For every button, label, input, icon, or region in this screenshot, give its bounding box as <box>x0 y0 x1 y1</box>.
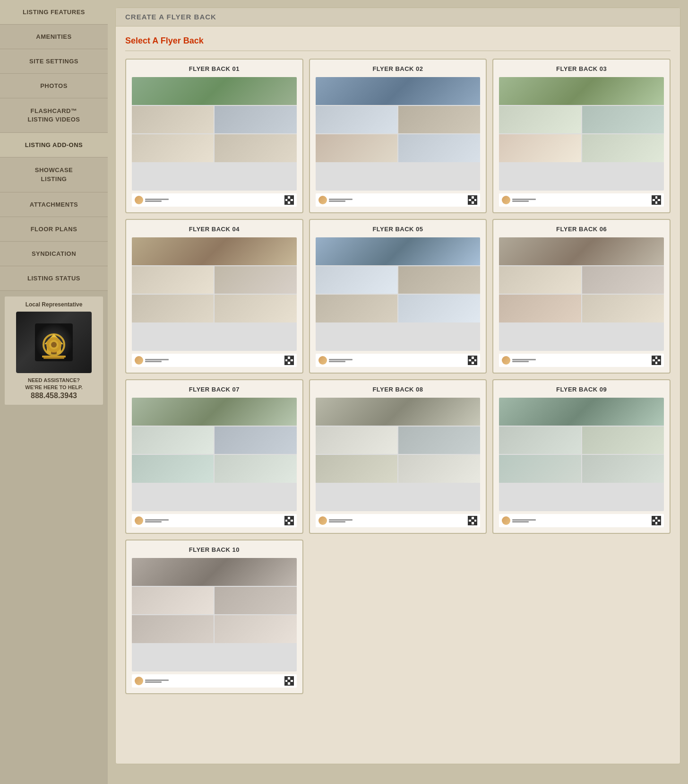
flyer-preview-3 <box>499 77 664 191</box>
sidebar-item-photos[interactable]: PHOTOS <box>0 74 108 98</box>
agent-info-10 <box>135 677 169 685</box>
sidebar-item-attachments[interactable]: ATTACHMENTS <box>0 192 108 217</box>
flyer-card-title-2: FLYER BACK 02 <box>316 65 481 72</box>
main-content: CREATE A FLYER BACK Select A Flyer Back … <box>108 0 688 784</box>
flyer-card-title-5: FLYER BACK 05 <box>316 226 481 233</box>
flyer-grid: FLYER BACK 01 <box>125 59 671 694</box>
flyer-preview-7 <box>132 398 297 511</box>
agent-avatar-3 <box>502 196 510 204</box>
agent-text-4 <box>145 359 169 362</box>
flyer-preview-9 <box>499 398 664 511</box>
flyer-card-10[interactable]: FLYER BACK 10 <box>125 540 303 694</box>
flyer-footer-5 <box>316 354 481 367</box>
local-rep-logo <box>16 312 92 373</box>
section-title: Select A Flyer Back <box>125 36 671 51</box>
sidebar-item-listing-addons[interactable]: LISTING ADD-ONS <box>0 133 108 157</box>
agent-text-5 <box>329 359 353 362</box>
sidebar-item-flashcard[interactable]: FLASHCARD™ LISTING VIDEOS <box>0 98 108 133</box>
svg-point-7 <box>51 342 57 348</box>
flyer-card-title-9: FLYER BACK 09 <box>499 386 664 393</box>
agent-text-9 <box>512 519 536 523</box>
house-logo-icon <box>35 323 73 361</box>
page-container: CREATE A FLYER BACK Select A Flyer Back … <box>115 8 680 764</box>
local-rep-title: Local Representative <box>9 301 98 308</box>
flyer-footer-7 <box>132 514 297 527</box>
flyer-footer-9 <box>499 514 664 527</box>
agent-text-1 <box>145 199 169 202</box>
agent-info-8 <box>318 516 353 525</box>
agent-avatar-7 <box>135 516 143 525</box>
qr-code-5 <box>468 356 477 365</box>
flyer-card-3[interactable]: FLYER BACK 03 <box>492 59 671 213</box>
sidebar: LISTING FEATURES AMENITIES SITE SETTINGS… <box>0 0 108 784</box>
agent-avatar-1 <box>135 196 143 204</box>
agent-text-7 <box>145 519 169 523</box>
flyer-preview-8 <box>316 398 481 511</box>
agent-avatar-4 <box>135 356 143 365</box>
flyer-footer-2 <box>316 193 481 207</box>
agent-text-8 <box>329 519 353 523</box>
flyer-card-2[interactable]: FLYER BACK 02 <box>309 59 487 213</box>
flyer-card-title-10: FLYER BACK 10 <box>132 546 297 553</box>
qr-code-8 <box>468 516 477 525</box>
flyer-preview-5 <box>316 237 481 351</box>
flyer-card-5[interactable]: FLYER BACK 05 <box>309 219 487 374</box>
qr-code-9 <box>652 516 661 525</box>
qr-code-1 <box>284 195 294 205</box>
qr-code-4 <box>284 356 294 365</box>
agent-info-6 <box>502 356 536 365</box>
page-title: CREATE A FLYER BACK <box>125 13 216 21</box>
agent-text-6 <box>512 359 536 362</box>
sidebar-item-amenities[interactable]: AMENITIES <box>0 25 108 49</box>
agent-avatar-9 <box>502 516 510 525</box>
flyer-card-8[interactable]: FLYER BACK 08 <box>309 379 487 534</box>
agent-info-5 <box>318 356 353 365</box>
agent-text-10 <box>145 679 169 683</box>
flyer-preview-2 <box>316 77 481 191</box>
svg-rect-9 <box>43 357 64 359</box>
sidebar-item-site-settings[interactable]: SITE SETTINGS <box>0 49 108 74</box>
page-body: Select A Flyer Back FLYER BACK 01 <box>116 26 680 704</box>
flyer-card-6[interactable]: FLYER BACK 06 <box>492 219 671 374</box>
agent-info-7 <box>135 516 169 525</box>
flyer-footer-6 <box>499 354 664 367</box>
agent-info-9 <box>502 516 536 525</box>
flyer-card-title-7: FLYER BACK 07 <box>132 386 297 393</box>
agent-info-2 <box>318 196 353 204</box>
rep-phone-number: 888.458.3943 <box>9 392 98 400</box>
page-header: CREATE A FLYER BACK <box>116 8 680 26</box>
flyer-footer-10 <box>132 674 297 688</box>
sidebar-item-listing-status[interactable]: LISTING STATUS <box>0 266 108 291</box>
qr-code-3 <box>652 195 661 205</box>
flyer-card-9[interactable]: FLYER BACK 09 <box>492 379 671 534</box>
agent-avatar-8 <box>318 516 327 525</box>
agent-avatar-6 <box>502 356 510 365</box>
flyer-card-1[interactable]: FLYER BACK 01 <box>125 59 303 213</box>
agent-info-1 <box>135 196 169 204</box>
flyer-card-title-4: FLYER BACK 04 <box>132 226 297 233</box>
agent-avatar-10 <box>135 677 143 685</box>
qr-code-6 <box>652 356 661 365</box>
flyer-footer-4 <box>132 354 297 367</box>
flyer-card-title-8: FLYER BACK 08 <box>316 386 481 393</box>
flyer-footer-3 <box>499 193 664 207</box>
flyer-card-title-3: FLYER BACK 03 <box>499 65 664 72</box>
flyer-card-title-6: FLYER BACK 06 <box>499 226 664 233</box>
flyer-preview-4 <box>132 237 297 351</box>
agent-info-4 <box>135 356 169 365</box>
qr-code-2 <box>468 195 477 205</box>
rep-need-assistance-text: NEED ASSISTANCE?WE'RE HERE TO HELP. <box>9 377 98 392</box>
qr-code-10 <box>284 676 294 686</box>
sidebar-item-showcase-listing[interactable]: SHOWCASE LISTING <box>0 157 108 192</box>
svg-rect-8 <box>42 356 66 357</box>
agent-text-2 <box>329 199 353 202</box>
agent-avatar-2 <box>318 196 327 204</box>
flyer-card-4[interactable]: FLYER BACK 04 <box>125 219 303 374</box>
sidebar-item-listing-features[interactable]: LISTING FEATURES <box>0 0 108 25</box>
flyer-preview-6 <box>499 237 664 351</box>
sidebar-item-syndication[interactable]: SYNDICATION <box>0 242 108 266</box>
agent-text-3 <box>512 199 536 202</box>
flyer-card-7[interactable]: FLYER BACK 07 <box>125 379 303 534</box>
sidebar-item-floor-plans[interactable]: FLOOR PLANS <box>0 217 108 242</box>
local-representative-panel: Local Representative <box>4 296 104 406</box>
